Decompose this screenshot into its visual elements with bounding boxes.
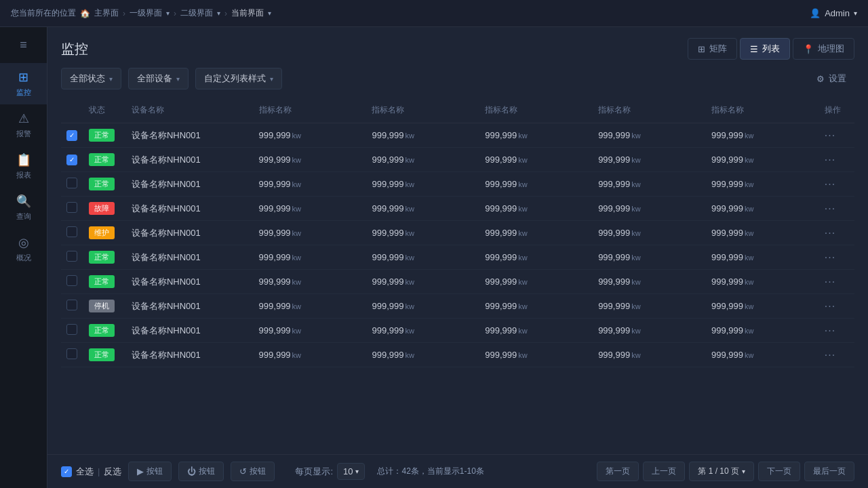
more-button-8[interactable]: ··· xyxy=(825,325,835,336)
row-checkbox-7[interactable] xyxy=(66,300,77,310)
breadcrumb-home[interactable]: 主界面 xyxy=(94,7,119,19)
row-checkbox-6[interactable] xyxy=(66,275,77,286)
matrix-icon: ⊞ xyxy=(698,44,705,54)
power-btn-label: 按钮 xyxy=(199,466,215,477)
page-indicator[interactable]: 第 1 / 10 页 ▾ xyxy=(689,462,754,481)
row-checkbox-9[interactable] xyxy=(66,348,77,359)
row-checkbox-1[interactable] xyxy=(66,155,77,165)
more-button-7[interactable]: ··· xyxy=(825,300,835,312)
th-metric4: 指标名称 xyxy=(593,98,706,123)
view-map-button[interactable]: 📍 地理图 xyxy=(793,38,854,60)
prev-page-button[interactable]: 上一页 xyxy=(643,462,685,481)
next-page-button[interactable]: 下一页 xyxy=(758,462,800,481)
metric-1-row-4: 999,999kw xyxy=(366,221,479,245)
row-checkbox-8[interactable] xyxy=(66,324,77,335)
map-icon: 📍 xyxy=(803,44,814,54)
sidebar-item-report[interactable]: 📋 报表 xyxy=(0,146,47,187)
metric-0-row-0: 999,999kw xyxy=(254,123,367,148)
more-button-1[interactable]: ··· xyxy=(825,154,835,165)
view-list-button[interactable]: ☰ 列表 xyxy=(740,38,790,60)
page-size-value: 10 xyxy=(343,466,353,476)
play-btn-label: 按钮 xyxy=(146,466,163,477)
row-checkbox-3[interactable] xyxy=(66,202,77,213)
more-button-6[interactable]: ··· xyxy=(825,276,835,287)
select-all-checkbox[interactable] xyxy=(61,466,72,477)
metric-0-row-3: 999,999kw xyxy=(254,197,367,221)
metric-2-row-9: 999,999kw xyxy=(479,343,593,367)
chevron-down-icon7: ▾ xyxy=(270,75,273,83)
hamburger-menu[interactable]: ≡ xyxy=(0,33,47,63)
play-icon: ▶ xyxy=(137,466,144,476)
metric-0-row-1: 999,999kw xyxy=(254,148,367,172)
refresh-button[interactable]: ↺ 按钮 xyxy=(231,462,275,481)
metric-1-row-1: 999,999kw xyxy=(366,148,479,172)
page-size-select[interactable]: 10 ▾ xyxy=(337,463,365,480)
sidebar-item-alarm[interactable]: ⚠ 报警 xyxy=(0,104,47,146)
sidebar-label-report: 报表 xyxy=(16,170,31,180)
first-page-button[interactable]: 第一页 xyxy=(597,462,639,481)
query-icon: 🔍 xyxy=(16,194,31,209)
breadcrumb-level2[interactable]: 二级界面 xyxy=(180,7,213,19)
row-checkbox-5[interactable] xyxy=(66,251,77,262)
table-row: 维护设备名称NHN001999,999kw999,999kw999,999kw9… xyxy=(61,221,854,245)
settings-button[interactable]: ⚙ 设置 xyxy=(808,68,854,89)
last-page-button[interactable]: 最后一页 xyxy=(804,462,854,481)
sidebar-item-query[interactable]: 🔍 查询 xyxy=(0,187,47,228)
settings-label: 设置 xyxy=(829,73,846,85)
row-checkbox-0[interactable] xyxy=(66,130,77,141)
th-metric1: 指标名称 xyxy=(254,98,367,123)
sidebar-item-monitor[interactable]: ⊞ 监控 xyxy=(0,63,47,104)
more-button-4[interactable]: ··· xyxy=(825,227,835,239)
table-row: 正常设备名称NHN001999,999kw999,999kw999,999kw9… xyxy=(61,270,854,294)
refresh-btn-label: 按钮 xyxy=(250,466,266,477)
device-name-5: 设备名称NHN001 xyxy=(126,245,254,270)
invert-select-label[interactable]: 反选 xyxy=(104,466,121,478)
more-button-9[interactable]: ··· xyxy=(825,349,835,361)
main-layout: ≡ ⊞ 监控 ⚠ 报警 📋 报表 🔍 查询 ◎ 概况 监控 ⊞ xyxy=(0,27,868,488)
main-content: 监控 ⊞ 矩阵 ☰ 列表 📍 地理图 全部状态 ▾ xyxy=(47,27,868,488)
view-buttons: ⊞ 矩阵 ☰ 列表 📍 地理图 xyxy=(688,38,854,60)
metric-3-row-1: 999,999kw xyxy=(593,148,706,172)
device-filter[interactable]: 全部设备 ▾ xyxy=(128,68,189,89)
monitor-icon: ⊞ xyxy=(18,70,28,85)
metric-0-row-5: 999,999kw xyxy=(254,245,367,270)
metric-3-row-9: 999,999kw xyxy=(593,343,706,367)
report-icon: 📋 xyxy=(16,152,31,167)
th-name: 设备名称 xyxy=(126,98,254,123)
more-button-5[interactable]: ··· xyxy=(825,251,835,263)
user-area[interactable]: 👤 Admin ▾ xyxy=(810,8,857,18)
play-button[interactable]: ▶ 按钮 xyxy=(128,462,172,481)
metric-2-row-0: 999,999kw xyxy=(479,123,593,148)
metric-4-row-9: 999,999kw xyxy=(706,343,819,367)
row-checkbox-4[interactable] xyxy=(66,226,77,237)
metric-1-row-0: 999,999kw xyxy=(366,123,479,148)
sidebar-item-overview[interactable]: ◎ 概况 xyxy=(0,228,47,270)
status-badge-1: 正常 xyxy=(89,153,115,166)
metric-1-row-8: 999,999kw xyxy=(366,319,479,343)
column-style-filter[interactable]: 自定义列表样式 ▾ xyxy=(195,68,282,89)
user-name: Admin xyxy=(825,8,850,18)
more-button-0[interactable]: ··· xyxy=(825,129,835,141)
view-matrix-button[interactable]: ⊞ 矩阵 xyxy=(688,38,737,60)
select-all-label[interactable]: 全选 xyxy=(76,466,94,478)
sidebar: ≡ ⊞ 监控 ⚠ 报警 📋 报表 🔍 查询 ◎ 概况 xyxy=(0,27,47,488)
more-button-3[interactable]: ··· xyxy=(825,203,835,214)
metric-2-row-2: 999,999kw xyxy=(479,172,593,197)
batch-sep: | xyxy=(98,466,100,476)
user-icon: 👤 xyxy=(810,8,821,18)
more-button-2[interactable]: ··· xyxy=(825,178,835,190)
chevron-down-icon8: ▾ xyxy=(355,468,359,475)
metric-1-row-2: 999,999kw xyxy=(366,172,479,197)
metric-0-row-2: 999,999kw xyxy=(254,172,367,197)
breadcrumb-current[interactable]: 当前界面 xyxy=(231,7,264,19)
status-badge-7: 停机 xyxy=(89,300,115,312)
table-area: 状态 设备名称 指标名称 指标名称 指标名称 指标名称 指标名称 操作 正常设备… xyxy=(47,98,868,454)
th-action: 操作 xyxy=(819,98,854,123)
status-filter[interactable]: 全部状态 ▾ xyxy=(61,68,121,89)
list-icon: ☰ xyxy=(750,44,758,54)
breadcrumb-level1[interactable]: 一级界面 xyxy=(130,7,162,19)
metric-0-row-9: 999,999kw xyxy=(254,343,367,367)
metric-0-row-6: 999,999kw xyxy=(254,270,367,294)
power-button[interactable]: ⏻ 按钮 xyxy=(178,462,224,481)
row-checkbox-2[interactable] xyxy=(66,178,77,188)
